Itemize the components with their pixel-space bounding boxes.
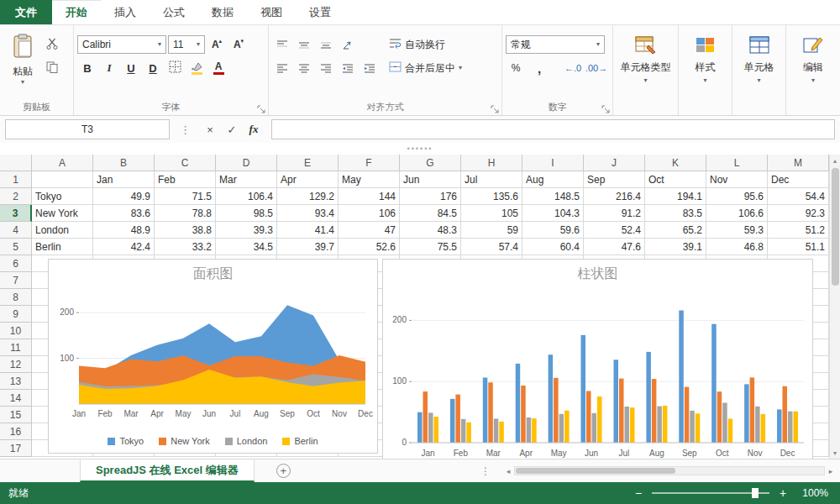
copy-button[interactable] [42, 59, 62, 77]
align-middle-button[interactable] [294, 35, 314, 54]
cell-C4[interactable]: 38.8 [155, 222, 216, 239]
menu-tab-1[interactable]: 开始 [52, 0, 101, 24]
column-header-M[interactable]: M [768, 155, 829, 171]
cell-I1[interactable]: Aug [522, 171, 584, 188]
cell-K2[interactable]: 194.1 [645, 188, 706, 205]
name-box-menu-icon[interactable]: ⋮ [173, 123, 197, 136]
cell-A1[interactable] [32, 171, 93, 188]
legend-item-Berlin[interactable]: Berlin [282, 436, 318, 446]
scroll-up-icon[interactable]: ▴ [833, 155, 837, 166]
paste-button[interactable]: 粘贴 ▾ [3, 29, 42, 100]
scroll-right-icon[interactable]: ▸ [825, 467, 837, 475]
comma-style-button[interactable]: , [529, 59, 549, 77]
cell-I4[interactable]: 59.6 [522, 222, 584, 239]
cell-K1[interactable]: Oct [645, 171, 706, 188]
cell-type-button[interactable]: 单元格类型 ▾ [617, 29, 675, 84]
row-header-14[interactable]: 14 [0, 390, 32, 407]
cell-C1[interactable]: Feb [155, 171, 216, 188]
tab-options-icon[interactable]: ⋮ [480, 465, 491, 477]
decrease-indent-button[interactable] [338, 59, 358, 77]
cell-F5[interactable]: 52.6 [339, 239, 400, 255]
cell-L1[interactable]: Nov [706, 171, 768, 188]
style-button[interactable]: 样式 ▾ [682, 29, 728, 84]
row-header-12[interactable]: 12 [0, 356, 32, 373]
cell-E1[interactable]: Apr [277, 171, 339, 188]
cell-M5[interactable]: 51.1 [768, 239, 829, 255]
bold-button[interactable]: B [77, 59, 97, 77]
cell-J3[interactable]: 91.2 [584, 205, 645, 222]
cells-button[interactable]: 单元格 ▾ [736, 29, 782, 84]
column-header-G[interactable]: G [400, 155, 461, 171]
edit-button[interactable]: 编辑 ▾ [790, 29, 837, 84]
cell-M3[interactable]: 92.3 [768, 205, 829, 222]
align-left-button[interactable] [272, 59, 292, 77]
cell-J5[interactable]: 47.6 [584, 239, 645, 255]
percent-style-button[interactable]: % [506, 59, 526, 77]
row-header-11[interactable]: 11 [0, 339, 32, 356]
column-header-E[interactable]: E [277, 155, 339, 171]
row-header-4[interactable]: 4 [0, 222, 32, 239]
increase-indent-button[interactable] [360, 59, 380, 77]
cell-I3[interactable]: 104.3 [522, 205, 584, 222]
font-dialog-launcher-icon[interactable] [257, 104, 265, 113]
italic-button[interactable]: I [99, 59, 119, 77]
increase-font-size-button[interactable]: A▴ [207, 35, 227, 54]
row-header-1[interactable]: 1 [0, 171, 32, 188]
align-top-button[interactable] [272, 35, 292, 54]
cell-A2[interactable]: Tokyo [32, 188, 93, 205]
align-bottom-button[interactable] [316, 35, 336, 54]
sheet-tab[interactable]: SpreadJS 在线 Excel 编辑器 [80, 459, 255, 482]
formula-grid-splitter[interactable]: •••••• [0, 143, 840, 155]
underline-button[interactable]: U [121, 59, 141, 77]
cell-G4[interactable]: 48.3 [400, 222, 461, 239]
cell-L5[interactable]: 46.8 [706, 239, 768, 255]
column-header-A[interactable]: A [32, 155, 93, 171]
cell-E3[interactable]: 93.4 [277, 205, 339, 222]
file-menu-button[interactable]: 文件 [0, 0, 52, 24]
bar-chart[interactable]: 柱状图 0100200JanFebMarAprMayJunJulAugSepOc… [382, 259, 813, 459]
menu-tab-5[interactable]: 视图 [247, 0, 296, 24]
area-chart[interactable]: 面积图 100200JanFebMarAprMayJunJulAugSepOct… [48, 259, 378, 454]
cell-J4[interactable]: 52.4 [584, 222, 645, 239]
merge-center-button[interactable]: 合并后居中 ▾ [386, 59, 465, 77]
alignment-dialog-launcher-icon[interactable] [491, 104, 499, 113]
cell-G1[interactable]: Jun [400, 171, 461, 188]
cell-D5[interactable]: 34.5 [216, 239, 277, 255]
cell-G5[interactable]: 75.5 [400, 239, 461, 255]
cell-D4[interactable]: 39.3 [216, 222, 277, 239]
cell-B1[interactable]: Jan [93, 171, 155, 188]
insert-function-icon[interactable]: fx [244, 120, 263, 139]
row-header-16[interactable]: 16 [0, 423, 32, 440]
formula-input[interactable] [271, 119, 835, 139]
column-header-C[interactable]: C [155, 155, 216, 171]
cell-J2[interactable]: 216.4 [584, 188, 645, 205]
cell-F1[interactable]: May [339, 171, 400, 188]
select-all-corner[interactable] [0, 155, 32, 171]
column-header-F[interactable]: F [339, 155, 400, 171]
row-header-13[interactable]: 13 [0, 373, 32, 390]
cell-E4[interactable]: 41.4 [277, 222, 339, 239]
cell-B3[interactable]: 83.6 [93, 205, 155, 222]
cell-G2[interactable]: 176 [400, 188, 461, 205]
row-header-6[interactable]: 6 [0, 255, 32, 272]
cut-button[interactable] [42, 35, 62, 54]
cell-C2[interactable]: 71.5 [155, 188, 216, 205]
increase-decimal-button[interactable]: ←.0 [563, 59, 583, 77]
wrap-text-button[interactable]: 自动换行 [386, 35, 465, 54]
cell-F4[interactable]: 47 [339, 222, 400, 239]
font-family-select[interactable]: Calibri ▾ [77, 35, 166, 54]
text-orientation-button[interactable] [338, 35, 358, 54]
cell-H5[interactable]: 57.4 [461, 239, 522, 255]
row-header-5[interactable]: 5 [0, 239, 32, 255]
cell-B2[interactable]: 49.9 [93, 188, 155, 205]
cell-M2[interactable]: 54.4 [768, 188, 829, 205]
zoom-out-button[interactable]: − [632, 486, 645, 500]
column-header-L[interactable]: L [706, 155, 768, 171]
menu-tab-4[interactable]: 数据 [198, 0, 247, 24]
cell-L2[interactable]: 95.6 [706, 188, 768, 205]
cell-G3[interactable]: 84.5 [400, 205, 461, 222]
vertical-scroll-thumb[interactable] [832, 168, 839, 286]
cell-E5[interactable]: 39.7 [277, 239, 339, 255]
horizontal-scrollbar[interactable]: ◂ ▸ [502, 466, 837, 475]
zoom-slider-thumb[interactable] [752, 488, 759, 498]
